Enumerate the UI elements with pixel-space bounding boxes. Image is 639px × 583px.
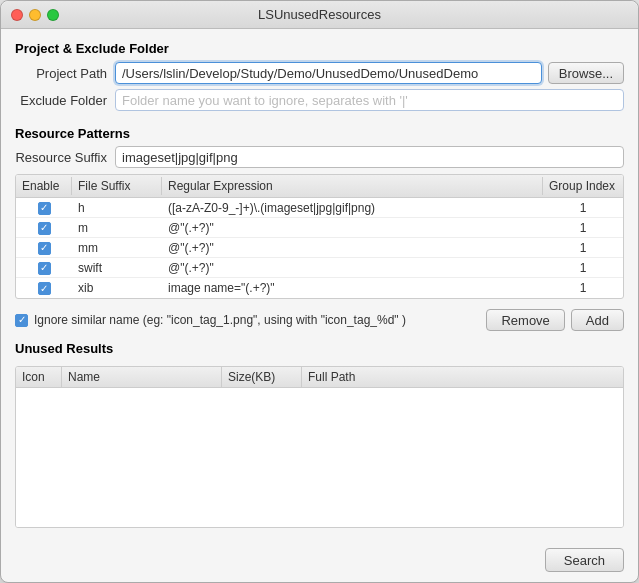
table-row: ✓ mm @"(.+?)" 1 bbox=[16, 238, 623, 258]
enable-checkbox[interactable]: ✓ bbox=[38, 202, 51, 215]
remove-button[interactable]: Remove bbox=[486, 309, 564, 331]
main-window: LSUnusedResources Project & Exclude Fold… bbox=[0, 0, 639, 583]
col-name: Name bbox=[62, 367, 222, 387]
project-folder-section: Project & Exclude Folder Project Path Br… bbox=[15, 41, 624, 116]
search-button[interactable]: Search bbox=[545, 548, 624, 572]
exclude-folder-row: Exclude Folder bbox=[15, 89, 624, 111]
regex-cell: image name="(.+?)" bbox=[162, 279, 543, 297]
unused-results-title: Unused Results bbox=[15, 341, 624, 356]
enable-cell: ✓ bbox=[16, 279, 72, 298]
content-area: Project & Exclude Folder Project Path Br… bbox=[1, 29, 638, 540]
ignore-label: Ignore similar name (eg: "icon_tag_1.png… bbox=[34, 313, 480, 327]
add-button[interactable]: Add bbox=[571, 309, 624, 331]
maximize-button[interactable] bbox=[47, 9, 59, 21]
enable-cell: ✓ bbox=[16, 198, 72, 217]
table-row: ✓ h ([a-zA-Z0-9_-]+)\.(imageset|jpg|gif|… bbox=[16, 198, 623, 218]
ignore-checkbox[interactable]: ✓ bbox=[15, 314, 28, 327]
col-group-index: Group Index bbox=[543, 177, 623, 195]
project-path-row: Project Path Browse... bbox=[15, 62, 624, 84]
group-cell: 1 bbox=[543, 219, 623, 237]
suffix-cell: swift bbox=[72, 259, 162, 277]
table-row: ✓ m @"(.+?)" 1 bbox=[16, 218, 623, 238]
browse-button[interactable]: Browse... bbox=[548, 62, 624, 84]
exclude-folder-label: Exclude Folder bbox=[15, 93, 115, 108]
project-path-label: Project Path bbox=[15, 66, 115, 81]
col-enable: Enable bbox=[16, 177, 72, 195]
group-cell: 1 bbox=[543, 199, 623, 217]
resource-patterns-section: Resource Patterns Resource Suffix Enable… bbox=[15, 126, 624, 299]
results-table: Icon Name Size(KB) Full Path bbox=[15, 366, 624, 528]
enable-checkbox[interactable]: ✓ bbox=[38, 262, 51, 275]
project-folder-title: Project & Exclude Folder bbox=[15, 41, 624, 56]
col-icon: Icon bbox=[16, 367, 62, 387]
suffix-cell: m bbox=[72, 219, 162, 237]
resource-suffix-input[interactable] bbox=[115, 146, 624, 168]
bottom-bar: Search bbox=[1, 540, 638, 582]
regex-cell: ([a-zA-Z0-9_-]+)\.(imageset|jpg|gif|png) bbox=[162, 199, 543, 217]
col-file-suffix: File Suffix bbox=[72, 177, 162, 195]
col-full-path: Full Path bbox=[302, 367, 623, 387]
minimize-button[interactable] bbox=[29, 9, 41, 21]
table-row: ✓ swift @"(.+?)" 1 bbox=[16, 258, 623, 278]
col-regex: Regular Expression bbox=[162, 177, 543, 195]
enable-checkbox[interactable]: ✓ bbox=[38, 222, 51, 235]
group-cell: 1 bbox=[543, 239, 623, 257]
patterns-table-header: Enable File Suffix Regular Expression Gr… bbox=[16, 175, 623, 198]
exclude-folder-input[interactable] bbox=[115, 89, 624, 111]
suffix-cell: xib bbox=[72, 279, 162, 297]
enable-cell: ✓ bbox=[16, 218, 72, 237]
project-path-input[interactable] bbox=[115, 62, 542, 84]
group-cell: 1 bbox=[543, 279, 623, 297]
enable-checkbox[interactable]: ✓ bbox=[38, 282, 51, 295]
regex-cell: @"(.+?)" bbox=[162, 239, 543, 257]
window-title: LSUnusedResources bbox=[258, 7, 381, 22]
titlebar: LSUnusedResources bbox=[1, 1, 638, 29]
resource-suffix-label: Resource Suffix bbox=[15, 150, 115, 165]
enable-cell: ✓ bbox=[16, 238, 72, 257]
table-row: ✓ xib image name="(.+?)" 1 bbox=[16, 278, 623, 298]
suffix-cell: mm bbox=[72, 239, 162, 257]
suffix-cell: h bbox=[72, 199, 162, 217]
unused-results-section: Unused Results Icon Name Size(KB) Full P… bbox=[15, 341, 624, 528]
ignore-row: ✓ Ignore similar name (eg: "icon_tag_1.p… bbox=[15, 309, 624, 331]
patterns-table: Enable File Suffix Regular Expression Gr… bbox=[15, 174, 624, 299]
results-body bbox=[16, 388, 623, 527]
resource-suffix-row: Resource Suffix bbox=[15, 146, 624, 168]
regex-cell: @"(.+?)" bbox=[162, 259, 543, 277]
enable-cell: ✓ bbox=[16, 258, 72, 277]
close-button[interactable] bbox=[11, 9, 23, 21]
results-table-header: Icon Name Size(KB) Full Path bbox=[16, 367, 623, 388]
col-size: Size(KB) bbox=[222, 367, 302, 387]
enable-checkbox[interactable]: ✓ bbox=[38, 242, 51, 255]
group-cell: 1 bbox=[543, 259, 623, 277]
regex-cell: @"(.+?)" bbox=[162, 219, 543, 237]
resource-patterns-title: Resource Patterns bbox=[15, 126, 624, 141]
traffic-lights bbox=[11, 9, 59, 21]
